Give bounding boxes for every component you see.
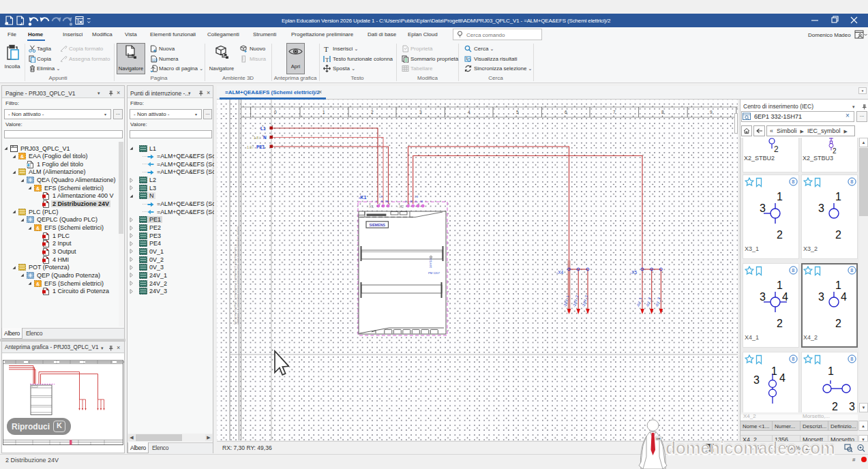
svg-text:- X2: - X2 [397, 205, 404, 209]
svg-text:T: T [324, 45, 329, 52]
svg-text:L+: L+ [405, 200, 408, 203]
svg-text:8: 8 [792, 356, 794, 362]
svg-text:PE: PE [385, 200, 389, 203]
svg-text:8: 8 [850, 356, 853, 362]
svg-text:&: & [36, 185, 40, 190]
svg-text:1.8: 1.8 [415, 196, 418, 198]
svg-text:8: 8 [850, 179, 853, 185]
svg-text:-: - [655, 270, 657, 273]
svg-text:- X1: - X1 [367, 205, 374, 209]
svg-text:0: 0 [274, 110, 277, 115]
svg-text:&: & [36, 281, 40, 286]
svg-text:-: - [582, 270, 584, 273]
svg-text:1.8 /: 1.8 / [254, 136, 260, 140]
svg-text:3: 3 [419, 110, 422, 115]
svg-text:utilizzazione e la comunicazio: utilizzazione e la comunicazione del suo… [237, 226, 239, 324]
svg-text:-K1: -K1 [359, 195, 366, 200]
svg-text:-0V_1: -0V_1 [636, 297, 643, 308]
svg-text:L: L [376, 200, 377, 203]
svg-text:2: 2 [371, 110, 374, 115]
svg-text:123: 123 [152, 58, 158, 62]
svg-text:8: 8 [850, 267, 853, 273]
svg-text:5: 5 [516, 110, 519, 115]
svg-text:PE1: PE1 [256, 145, 265, 149]
svg-text:2: 2 [774, 145, 779, 153]
svg-text:8: 8 [792, 267, 794, 273]
svg-text:-0V_2: -0V_2 [645, 297, 652, 308]
svg-text:L1: L1 [260, 126, 266, 131]
svg-text:L+: L+ [415, 200, 418, 203]
svg-text:-X5: -X5 [630, 270, 638, 275]
svg-text:PM 1207: PM 1207 [428, 271, 440, 275]
svg-text:9: 9 [710, 110, 713, 115]
svg-text:M: M [421, 200, 423, 203]
svg-text:N: N [263, 135, 267, 140]
svg-text:SIEMENS: SIEMENS [370, 223, 386, 227]
svg-text:&: & [20, 154, 24, 159]
svg-text:M: M [410, 200, 413, 203]
svg-text:8: 8 [661, 110, 664, 115]
svg-text:DM: DM [657, 438, 661, 440]
svg-text:&: & [36, 226, 40, 230]
svg-text:-: - [646, 270, 647, 273]
svg-text:-0V_3: -0V_3 [655, 297, 661, 308]
svg-text:-X4: -X4 [556, 270, 564, 275]
svg-text:7: 7 [613, 110, 616, 115]
svg-text:·: · [252, 127, 254, 131]
svg-text:6: 6 [565, 110, 567, 115]
svg-text:4: 4 [468, 110, 470, 115]
svg-text:-: - [573, 270, 574, 273]
svg-text:1.0 /: 1.0 / [247, 145, 254, 149]
svg-text:1.8: 1.8 [379, 196, 383, 198]
svg-text:N: N [381, 200, 383, 203]
svg-text:T: T [325, 57, 329, 63]
svg-text:1: 1 [323, 110, 325, 115]
svg-text:24V DC: 24V DC [429, 258, 432, 268]
svg-text:-24V_3: -24V_3 [582, 295, 588, 308]
svg-text:8: 8 [792, 179, 794, 185]
svg-text:2: 2 [833, 147, 837, 154]
